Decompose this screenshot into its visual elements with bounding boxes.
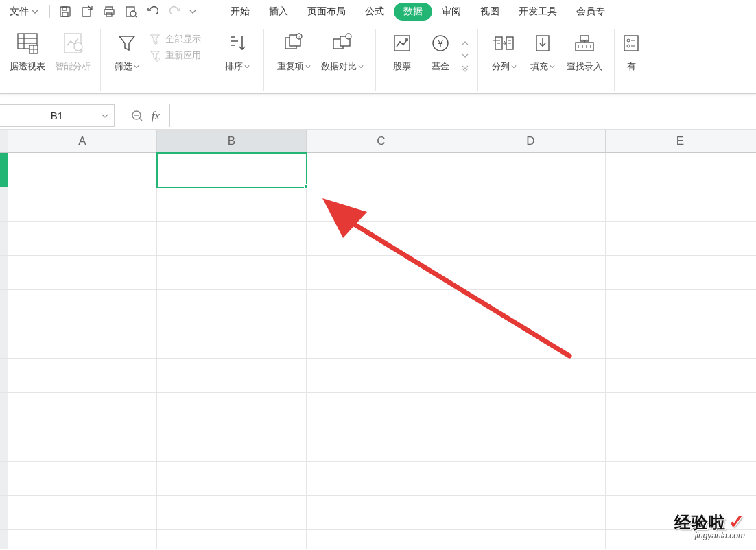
zoom-out-icon[interactable] — [131, 110, 143, 122]
cell[interactable] — [307, 290, 456, 324]
cell[interactable] — [8, 324, 157, 358]
smart-analysis-button[interactable]: 智能分析 — [52, 29, 93, 73]
cell[interactable] — [157, 393, 307, 427]
cell[interactable] — [157, 324, 307, 358]
row-header[interactable] — [0, 222, 8, 255]
cell[interactable] — [8, 153, 157, 187]
row-header[interactable] — [0, 462, 8, 495]
cell[interactable] — [8, 496, 157, 529]
spreadsheet-grid[interactable]: A B C D E — [0, 130, 756, 549]
cell[interactable] — [8, 290, 157, 324]
cell[interactable] — [606, 324, 755, 358]
cell[interactable] — [8, 359, 157, 392]
row-header[interactable] — [0, 530, 8, 549]
tab-review[interactable]: 审阅 — [432, 1, 471, 22]
cell[interactable] — [8, 393, 157, 427]
cell[interactable] — [307, 393, 456, 427]
cell[interactable] — [307, 222, 456, 255]
cell[interactable] — [456, 324, 606, 358]
reapply-button[interactable]: 重新应用 — [149, 49, 201, 62]
save-button[interactable] — [54, 1, 76, 22]
column-header-b[interactable]: B — [157, 130, 307, 152]
select-all-corner[interactable] — [0, 130, 8, 152]
sort-button[interactable]: 排序 — [218, 29, 257, 73]
cell[interactable] — [307, 359, 456, 392]
cell[interactable] — [456, 462, 606, 495]
row-header[interactable] — [0, 256, 8, 289]
cell[interactable] — [606, 462, 755, 495]
cell[interactable] — [456, 187, 606, 221]
validation-button[interactable]: 有 — [622, 29, 641, 73]
column-header-c[interactable]: C — [307, 130, 456, 152]
cell[interactable] — [606, 290, 755, 324]
tab-start[interactable]: 开始 — [221, 1, 259, 22]
fill-button[interactable]: 填充 — [523, 29, 562, 73]
cell[interactable] — [606, 427, 755, 461]
cell[interactable] — [8, 427, 157, 461]
redo-button[interactable] — [164, 1, 186, 22]
qat-more-button[interactable] — [186, 1, 200, 22]
cell[interactable] — [456, 427, 606, 461]
column-header-e[interactable]: E — [606, 130, 755, 152]
file-menu[interactable]: 文件 — [4, 3, 44, 21]
row-header[interactable] — [0, 290, 8, 324]
cell[interactable] — [456, 153, 606, 187]
cell[interactable] — [456, 393, 606, 427]
tab-member[interactable]: 会员专 — [567, 1, 615, 22]
cell[interactable] — [157, 462, 307, 495]
cell[interactable] — [606, 187, 755, 221]
cell[interactable] — [307, 187, 456, 221]
funds-button[interactable]: ¥ 基金 — [421, 29, 460, 73]
row-header[interactable] — [0, 359, 8, 392]
cell[interactable] — [456, 496, 606, 529]
cell[interactable] — [307, 530, 456, 549]
name-box[interactable]: B1 — [0, 104, 115, 127]
tab-view[interactable]: 视图 — [471, 1, 509, 22]
cell[interactable] — [606, 256, 755, 289]
tab-developer[interactable]: 开发工具 — [509, 1, 567, 22]
row-header[interactable] — [0, 187, 8, 221]
cell[interactable] — [606, 153, 755, 187]
cell[interactable] — [606, 222, 755, 255]
cell[interactable] — [456, 256, 606, 289]
cell[interactable] — [157, 496, 307, 529]
cell[interactable] — [157, 427, 307, 461]
cell[interactable] — [157, 290, 307, 324]
row-header[interactable] — [0, 496, 8, 529]
column-header-a[interactable]: A — [8, 130, 157, 152]
export-button[interactable] — [76, 1, 98, 22]
row-header[interactable] — [0, 393, 8, 427]
cell[interactable] — [307, 256, 456, 289]
fx-label[interactable]: fx — [152, 109, 160, 123]
cell[interactable] — [157, 359, 307, 392]
cell[interactable] — [456, 290, 606, 324]
show-all-button[interactable]: 全部显示 — [149, 33, 201, 45]
cell[interactable] — [157, 256, 307, 289]
cell[interactable] — [8, 187, 157, 221]
cell[interactable] — [157, 187, 307, 221]
formula-input[interactable] — [169, 104, 756, 127]
cell[interactable] — [157, 222, 307, 255]
cell[interactable] — [307, 462, 456, 495]
filter-button[interactable]: 筛选 — [108, 29, 146, 73]
find-input-button[interactable]: 查找录入 — [562, 29, 607, 73]
stocks-button[interactable]: 股票 — [383, 29, 421, 73]
data-compare-button[interactable]: ! 数据对比 — [316, 29, 368, 73]
cell[interactable] — [606, 393, 755, 427]
cell[interactable] — [8, 222, 157, 255]
tab-insert[interactable]: 插入 — [259, 1, 298, 22]
cell[interactable] — [456, 359, 606, 392]
cell[interactable] — [307, 324, 456, 358]
tab-formulas[interactable]: 公式 — [355, 1, 394, 22]
row-header[interactable] — [0, 427, 8, 461]
tab-page-layout[interactable]: 页面布局 — [298, 1, 355, 22]
cell[interactable] — [157, 530, 307, 549]
cell[interactable] — [456, 222, 606, 255]
cell[interactable] — [307, 427, 456, 461]
duplicates-button[interactable]: ! 重复项 — [271, 29, 316, 73]
cell[interactable] — [8, 530, 157, 549]
print-button[interactable] — [98, 1, 120, 22]
cell[interactable] — [8, 256, 157, 289]
undo-button[interactable] — [142, 1, 164, 22]
tab-data[interactable]: 数据 — [394, 3, 432, 21]
